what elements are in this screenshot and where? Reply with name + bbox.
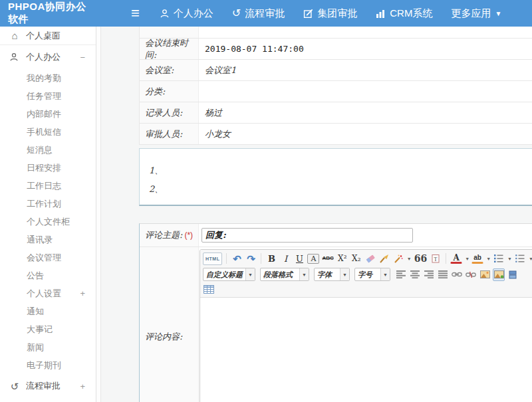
field-value: 杨过: [199, 102, 532, 123]
caret-down-icon: ▼: [245, 268, 255, 280]
collapse-icon[interactable]: −: [80, 52, 85, 62]
sidebar-item-label: 工作计划: [27, 199, 61, 209]
nav-workflow-approval[interactable]: ↺ 流程审批: [232, 7, 285, 20]
sidebar-item[interactable]: 内部邮件: [0, 105, 96, 123]
font-color-button[interactable]: A: [450, 253, 462, 264]
editor-content-area[interactable]: [200, 298, 532, 402]
caret-down-icon[interactable]: ▼: [465, 256, 469, 261]
comment-content-row: 评论内容: HTML ↶ ↷ B: [140, 247, 532, 402]
insert-media-icon[interactable]: [507, 268, 519, 281]
caret-down-icon[interactable]: ▼: [486, 256, 491, 261]
insert-image-icon[interactable]: [479, 268, 491, 281]
eraser-icon[interactable]: [364, 252, 376, 265]
caret-down-icon[interactable]: ▼: [529, 256, 532, 261]
sidebar: ⌂ 个人桌面 个人办公 − 我的考勤 任务管理 内部邮件 手机短信 短消息 日程…: [0, 27, 96, 402]
svg-text:T: T: [434, 256, 438, 262]
font-border-button[interactable]: A: [307, 254, 319, 264]
superscript-button[interactable]: X²: [336, 252, 348, 265]
paragraph-format-dropdown[interactable]: 段落格式 ▼: [260, 268, 309, 281]
html-source-button[interactable]: HTML: [203, 252, 222, 265]
custom-heading-dropdown[interactable]: 自定义标题 ▼: [203, 268, 255, 281]
sidebar-item[interactable]: 短消息: [0, 141, 96, 159]
align-center-icon[interactable]: [409, 268, 421, 281]
rich-text-editor: HTML ↶ ↷ B I U A ABC X²: [200, 249, 532, 402]
app-logo: PHPOA协同办公软件: [0, 1, 96, 26]
strikethrough-button[interactable]: ABC: [321, 252, 334, 265]
nav-label: 集团审批: [317, 7, 357, 20]
nav-crm-system[interactable]: CRM系统: [376, 7, 432, 20]
sidebar-item[interactable]: 手机短信: [0, 123, 96, 141]
sidebar-splitter[interactable]: [96, 27, 101, 402]
sidebar-item[interactable]: 新闻: [0, 338, 96, 356]
sidebar-group-personal-office[interactable]: 个人办公 −: [0, 45, 96, 69]
sidebar-item-label: 个人文件柜: [27, 217, 70, 227]
sidebar-item[interactable]: 公告: [0, 266, 96, 284]
redo-icon[interactable]: ↷: [245, 252, 257, 265]
sidebar-item[interactable]: 通知: [0, 302, 96, 320]
sidebar-item-label: 短消息: [27, 145, 53, 155]
sidebar-item[interactable]: 会议管理: [0, 249, 96, 266]
edit-icon: [303, 9, 313, 19]
underline-button[interactable]: U: [293, 252, 305, 265]
expand-icon[interactable]: +: [80, 381, 85, 391]
align-right-icon[interactable]: [423, 268, 435, 281]
highlight-color-button[interactable]: ab: [471, 254, 483, 264]
italic-button[interactable]: I: [279, 252, 291, 265]
paste-text-icon[interactable]: T: [430, 252, 442, 265]
font-family-dropdown[interactable]: 字体 ▼: [314, 268, 350, 281]
sidebar-item-label: 我的考勤: [27, 73, 61, 83]
field-value: 小龙女: [199, 124, 532, 144]
editor-toolbar: HTML ↶ ↷ B I U A ABC X²: [200, 250, 532, 298]
table-row-approver: 审批人员: 小龙女: [140, 124, 532, 145]
sidebar-group-label: 个人办公: [26, 51, 61, 63]
insert-link-icon[interactable]: [451, 268, 463, 281]
nav-group-approval[interactable]: 集团审批: [303, 7, 357, 20]
sidebar-item[interactable]: 日程安排: [0, 159, 96, 177]
meeting-minutes-box: 1、2、: [139, 148, 532, 206]
sidebar-item[interactable]: 大事记: [0, 320, 96, 338]
sidebar-item-label: 通讯录: [27, 235, 53, 245]
upload-image-icon[interactable]: [493, 268, 505, 281]
align-left-icon[interactable]: [395, 268, 407, 281]
sidebar-item-label: 内部邮件: [27, 109, 61, 119]
meeting-detail-table: 会议结束时间: 2019-08-07 11:47:00 会议室: 会议室1 分类…: [139, 27, 532, 145]
subscript-button[interactable]: X₂: [350, 252, 362, 265]
sidebar-group-workflow-approval[interactable]: ↺ 流程审批 +: [0, 374, 96, 395]
home-icon: ⌂: [9, 31, 20, 41]
caret-down-icon[interactable]: ▼: [407, 256, 412, 261]
sidebar-item[interactable]: 电子期刊: [0, 356, 96, 374]
insert-table-icon[interactable]: [203, 283, 215, 296]
sidebar-item-label: 手机短信: [27, 127, 61, 137]
sidebar-item[interactable]: 工作计划: [0, 195, 96, 213]
nav-more-apps[interactable]: 更多应用 ▼: [451, 7, 501, 20]
remove-link-icon[interactable]: [465, 268, 477, 281]
sidebar-item[interactable]: 我的考勤: [0, 69, 96, 87]
sidebar-item[interactable]: 任务管理: [0, 87, 96, 105]
ordered-list-icon[interactable]: [493, 252, 505, 265]
sidebar-item-personal-desktop[interactable]: ⌂ 个人桌面: [0, 27, 96, 45]
caret-down-icon[interactable]: ▼: [507, 256, 512, 261]
align-justify-icon[interactable]: [437, 268, 449, 281]
sidebar-item-label: 个人桌面: [26, 30, 61, 42]
caret-down-icon: ▼: [299, 268, 309, 280]
auto-format-icon[interactable]: [392, 252, 404, 265]
field-label: 会议室:: [140, 60, 199, 80]
font-size-dropdown[interactable]: 字号 ▼: [354, 268, 390, 281]
comment-subject-input[interactable]: [201, 228, 413, 243]
field-value: 2019-08-07 11:47:00: [199, 39, 532, 59]
history-icon: ↺: [232, 8, 241, 19]
format-brush-icon[interactable]: [378, 252, 390, 265]
field-value: 会议室1: [199, 60, 532, 80]
table-row-category: 分类:: [140, 81, 532, 102]
blockquote-button[interactable]: 66: [414, 252, 428, 265]
hamburger-menu-icon[interactable]: ≡: [131, 6, 140, 21]
bold-button[interactable]: B: [265, 252, 277, 265]
nav-personal-office[interactable]: 个人办公: [160, 7, 213, 20]
sidebar-item[interactable]: 个人设置+: [0, 284, 96, 302]
sidebar-item[interactable]: 个人文件柜: [0, 213, 96, 231]
unordered-list-icon[interactable]: [514, 252, 526, 265]
sidebar-item[interactable]: 通讯录: [0, 231, 96, 249]
sidebar-item[interactable]: 工作日志: [0, 177, 96, 195]
undo-icon[interactable]: ↶: [231, 252, 243, 265]
table-row: [140, 27, 532, 39]
